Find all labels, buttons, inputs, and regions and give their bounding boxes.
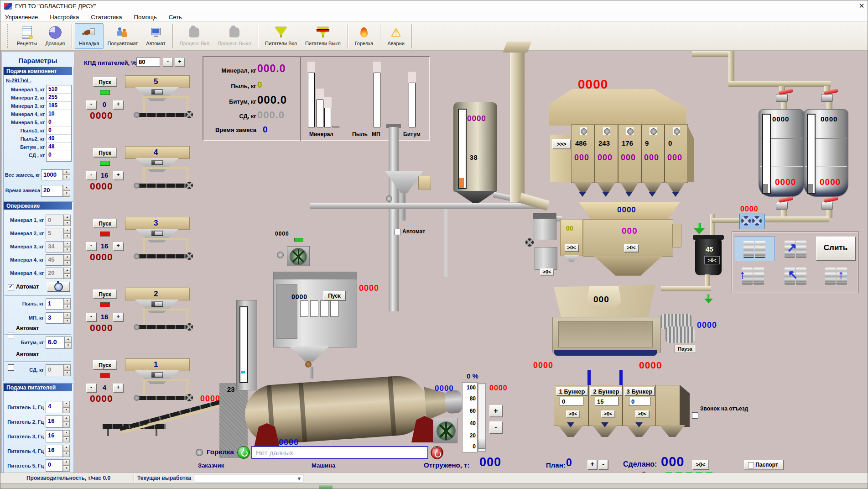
feeder-plus-button[interactable]: + bbox=[113, 171, 123, 180]
drain-mode-ne-button[interactable]: ↗ bbox=[780, 238, 811, 259]
toolbar-recipes-button[interactable]: Рецепты bbox=[13, 23, 41, 49]
lead-field[interactable]: 0 bbox=[46, 215, 64, 226]
value-field[interactable]: 48 bbox=[47, 143, 71, 151]
stepper[interactable] bbox=[64, 228, 71, 239]
feeder-minus-button[interactable]: - bbox=[86, 384, 96, 392]
side-bin-zero-button[interactable]: >0< bbox=[540, 268, 554, 276]
batch-time-stepper[interactable] bbox=[63, 185, 70, 197]
stepper[interactable] bbox=[64, 298, 71, 310]
toolbar-feeders-off-button[interactable]: Питатели Выкл bbox=[301, 23, 345, 49]
feeder-hz-field[interactable]: 0 bbox=[46, 459, 63, 472]
stepper[interactable] bbox=[64, 241, 71, 252]
close-icon[interactable]: ✕ bbox=[857, 2, 866, 11]
lead-field[interactable]: 20 bbox=[46, 268, 64, 279]
value-field[interactable]: 40 bbox=[47, 135, 71, 143]
lead-field[interactable]: 5 bbox=[46, 228, 64, 239]
feeder-plus-button[interactable]: + bbox=[113, 313, 123, 321]
menu-statistics[interactable]: Статистика bbox=[91, 14, 122, 21]
toolbar-alarms-button[interactable]: ⚠ Аварии bbox=[383, 23, 409, 49]
feeder-start-button[interactable]: Пуск bbox=[93, 148, 117, 157]
feeder-start-button[interactable]: Пуск bbox=[93, 360, 117, 369]
value-field[interactable]: 0 bbox=[47, 126, 71, 135]
bunker1-button[interactable]: 1 Бункер bbox=[556, 387, 588, 395]
burner-power-on-button[interactable] bbox=[237, 446, 250, 459]
plan-plus-button[interactable]: + bbox=[587, 460, 597, 469]
mp-field[interactable]: 3 bbox=[46, 312, 64, 324]
toolbar-dosing-button[interactable]: Дозация bbox=[41, 23, 69, 49]
value-field[interactable]: 510 bbox=[47, 85, 71, 94]
value-field[interactable]: 0 bbox=[47, 151, 71, 159]
tank2-bottom-valve[interactable] bbox=[818, 198, 841, 210]
cyclone-auto-checkbox[interactable] bbox=[395, 229, 401, 235]
value-field[interactable]: 255 bbox=[47, 94, 71, 102]
feeder-start-button[interactable]: Пуск bbox=[93, 77, 117, 86]
burner-plus-button[interactable]: + bbox=[489, 405, 502, 417]
bunker1-zero-button[interactable]: >0< bbox=[566, 410, 580, 418]
bitumen-field[interactable]: 6.0 bbox=[46, 337, 65, 349]
menu-control[interactable]: Управление bbox=[5, 14, 38, 21]
kpd-plus-button[interactable]: + bbox=[175, 58, 185, 67]
bins-bypass-button[interactable]: >>> bbox=[552, 139, 571, 149]
burner-minus-button[interactable]: - bbox=[489, 421, 502, 433]
drain-mode-up-right-button[interactable]: ↑ bbox=[821, 265, 851, 286]
drain-button[interactable]: Слить bbox=[816, 237, 855, 260]
done-zero-button[interactable]: >0< bbox=[692, 460, 709, 469]
batch-time-field[interactable]: 20 bbox=[41, 185, 63, 197]
bunker3-zero-button[interactable]: >0< bbox=[635, 410, 649, 418]
burner-status-input[interactable]: Нет данных bbox=[251, 446, 428, 459]
kpd-input[interactable]: 80 bbox=[136, 58, 160, 67]
toolbar-auto-button[interactable]: Автомат bbox=[142, 23, 169, 49]
stepper[interactable] bbox=[64, 215, 71, 226]
tank1-bottom-valve[interactable] bbox=[773, 198, 796, 210]
feeder-start-button[interactable]: Пуск bbox=[93, 289, 117, 299]
toolbar-semiauto-button[interactable]: Полуавтомат bbox=[104, 23, 142, 49]
feeder-hz-field[interactable]: 16 bbox=[46, 430, 63, 442]
output-select[interactable] bbox=[194, 474, 303, 483]
feeder-plus-button[interactable]: + bbox=[113, 100, 123, 109]
burner-slider-thumb[interactable] bbox=[478, 440, 485, 449]
passport-button[interactable]: Паспорт bbox=[744, 460, 783, 470]
bunker3-button[interactable]: 3 Бункер bbox=[624, 387, 655, 395]
stepper[interactable] bbox=[64, 312, 71, 324]
toolbar-burner-button[interactable]: Горелка bbox=[351, 23, 378, 49]
batch-weight-field[interactable]: 1000 bbox=[41, 169, 63, 180]
stepper[interactable] bbox=[63, 459, 70, 472]
drain-mode-up-left-button[interactable]: ↑ bbox=[738, 265, 769, 286]
menu-settings[interactable]: Настройка bbox=[50, 14, 79, 21]
weigher-zero-button[interactable]: >0< bbox=[624, 244, 639, 252]
bitumen-zero-button[interactable]: >0< bbox=[704, 256, 720, 264]
bunker2-input[interactable]: 15 bbox=[595, 397, 619, 406]
drain-mode-both-button[interactable] bbox=[734, 237, 775, 261]
value-field[interactable]: 10 bbox=[47, 110, 71, 118]
stopwatch-button[interactable] bbox=[47, 282, 70, 291]
feeder-hz-field[interactable]: 16 bbox=[46, 415, 63, 428]
kpd-minus-button[interactable]: - bbox=[163, 58, 173, 67]
feeder-hz-field[interactable]: 16 bbox=[46, 445, 63, 457]
burner-stop-button[interactable] bbox=[431, 447, 443, 459]
mp-bin-zero-button[interactable]: >0< bbox=[565, 244, 578, 252]
value-field[interactable]: 0 bbox=[47, 118, 71, 126]
toolbar-feeders-on-button[interactable]: Питатели Вкл bbox=[261, 23, 301, 49]
stepper[interactable] bbox=[64, 268, 71, 279]
menu-network[interactable]: Сеть bbox=[169, 14, 182, 21]
stepper[interactable] bbox=[65, 337, 72, 349]
feeder-start-button[interactable]: Пуск bbox=[93, 219, 117, 228]
feeder-minus-button[interactable]: - bbox=[86, 171, 96, 180]
tank2-top-valve[interactable] bbox=[818, 90, 841, 103]
lead-field[interactable]: 45 bbox=[46, 254, 64, 266]
auto-checkbox-1[interactable] bbox=[8, 284, 14, 290]
stepper[interactable] bbox=[63, 415, 70, 428]
batcher-start-button[interactable]: Пуск bbox=[323, 291, 345, 300]
feeder-minus-button[interactable]: - bbox=[86, 100, 96, 109]
tank1-top-valve[interactable] bbox=[773, 90, 796, 103]
menu-help[interactable]: Помощь bbox=[134, 14, 157, 21]
value-field[interactable]: 185 bbox=[47, 102, 71, 110]
bunker2-button[interactable]: 2 Бункер bbox=[590, 387, 622, 395]
plan-minus-button[interactable]: - bbox=[598, 460, 608, 469]
batch-weight-stepper[interactable] bbox=[63, 169, 70, 180]
departure-bell-checkbox[interactable] bbox=[692, 412, 698, 419]
stepper[interactable] bbox=[64, 254, 71, 266]
stepper[interactable] bbox=[63, 445, 70, 457]
drain-mode-nw-button[interactable]: ↖ bbox=[780, 265, 811, 286]
stepper[interactable] bbox=[64, 364, 71, 376]
